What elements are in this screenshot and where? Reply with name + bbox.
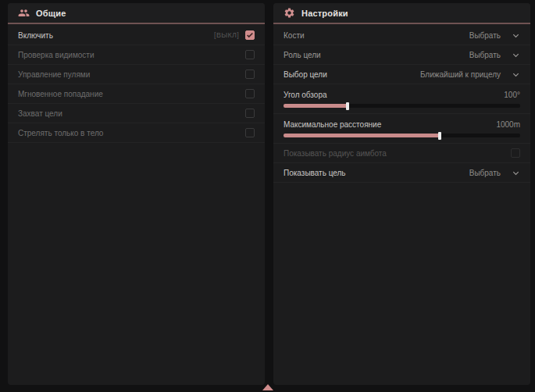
row-show-aimbot-radius[interactable]: Показывать радиус аимбота (273, 144, 530, 163)
chevron-down-icon (512, 70, 520, 79)
slider-thumb[interactable] (438, 132, 441, 140)
users-icon (18, 7, 30, 19)
target-role-dropdown[interactable]: Выбрать (469, 51, 520, 59)
general-panel-header: Общие (8, 3, 265, 24)
max-distance-slider[interactable] (284, 134, 520, 137)
fov-value: 100° (504, 91, 520, 99)
bullet-control-checkbox[interactable] (245, 69, 255, 79)
instant-hit-checkbox[interactable] (245, 89, 255, 98)
dropdown-value: Ближайший к прицелу (420, 70, 501, 79)
slider-fill (284, 104, 348, 108)
row-label: Стрелять только в тело (18, 129, 103, 137)
row-target-selection[interactable]: Выбор цели Ближайший к прицелу (273, 65, 530, 84)
row-label: Роль цели (284, 51, 321, 59)
panel-title: Общие (36, 9, 66, 18)
row-label: Показывать цель (284, 169, 346, 177)
chevron-down-icon (512, 31, 520, 40)
dropdown-value: Выбрать (469, 169, 501, 177)
row-label: Управление пулями (18, 70, 90, 79)
general-panel: Общие Включить [ВЫКЛ] Проверка видимости… (8, 3, 265, 385)
show-target-dropdown[interactable]: Выбрать (469, 169, 520, 177)
gear-icon (284, 7, 295, 19)
general-rows: Включить [ВЫКЛ] Проверка видимости Управ… (8, 24, 265, 143)
row-bullet-control[interactable]: Управление пулями (8, 65, 265, 84)
row-label: Угол обзора (284, 91, 327, 99)
row-label: Показывать радиус аимбота (284, 149, 387, 158)
slider-fill (284, 134, 440, 137)
row-label: Кости (284, 31, 305, 40)
row-body-only[interactable]: Стрелять только в тело (8, 123, 265, 143)
row-max-distance: Максимальное расстояние 1000m (273, 114, 530, 144)
row-enable[interactable]: Включить [ВЫКЛ] (8, 26, 265, 45)
max-distance-value: 1000m (496, 120, 520, 129)
show-aimbot-radius-checkbox[interactable] (511, 148, 520, 158)
row-label: Проверка видимости (18, 51, 95, 59)
chevron-down-icon (512, 169, 520, 177)
hotkey-label[interactable]: [ВЫКЛ] (214, 31, 239, 39)
visibility-check-checkbox[interactable] (245, 50, 255, 59)
enable-checkbox[interactable] (245, 30, 255, 40)
slider-thumb[interactable] (346, 102, 349, 110)
row-target-lock[interactable]: Захват цели (8, 104, 265, 123)
target-selection-dropdown[interactable]: Ближайший к прицелу (420, 70, 520, 79)
dropdown-value: Выбрать (469, 31, 501, 40)
body-only-checkbox[interactable] (245, 128, 255, 137)
expand-arrow-icon[interactable] (262, 384, 273, 390)
settings-panel-header: Настройки (273, 3, 530, 24)
target-lock-checkbox[interactable] (245, 109, 255, 118)
row-target-role[interactable]: Роль цели Выбрать (273, 45, 530, 65)
row-show-target[interactable]: Показывать цель Выбрать (273, 163, 530, 183)
chevron-down-icon (512, 51, 520, 59)
settings-rows: Кости Выбрать Роль цели Выбрать Выбор це… (273, 24, 530, 183)
row-visibility-check[interactable]: Проверка видимости (8, 45, 265, 65)
fov-slider[interactable] (284, 104, 520, 108)
panel-title: Настройки (301, 9, 348, 18)
row-fov: Угол обзора 100° (273, 84, 530, 114)
row-bones[interactable]: Кости Выбрать (273, 26, 530, 45)
settings-panel: Настройки Кости Выбрать Роль цели Выбрат… (273, 3, 530, 385)
bones-dropdown[interactable]: Выбрать (469, 31, 520, 40)
row-instant-hit[interactable]: Мгновенное попадание (8, 84, 265, 104)
row-label: Выбор цели (284, 70, 327, 79)
row-label: Включить (18, 31, 53, 40)
row-label: Захват цели (18, 109, 62, 118)
row-label: Максимальное расстояние (284, 120, 381, 129)
row-label: Мгновенное попадание (18, 90, 103, 98)
dropdown-value: Выбрать (469, 51, 501, 59)
